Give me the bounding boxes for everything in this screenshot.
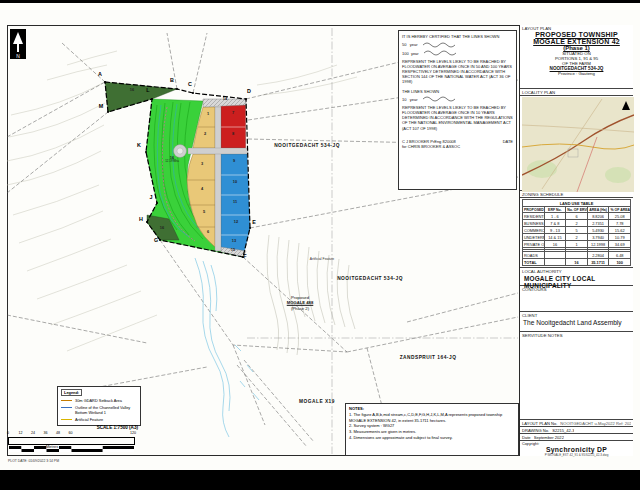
land-use-cell: 25.08: [609, 213, 631, 220]
contour-lines-valley: [267, 235, 355, 355]
plot-date: PLOT DATE: 01/09/2022 3:14 PM: [8, 459, 59, 463]
land-use-cell: 10.79: [609, 234, 631, 241]
stream-lines: [195, 258, 259, 437]
notes-list: 1. The figure A,B,b,mid stream,c,C,D,E,F…: [349, 412, 515, 441]
land-use-cell: 7.78: [609, 220, 631, 227]
date-label: Date: [522, 435, 531, 440]
land-use-row: UNDETERMINED14 & 1523.794010.79: [523, 234, 631, 241]
land-use-cell: PRIVATE OPEN SPACE: [523, 241, 545, 248]
svg-text:N: N: [16, 53, 20, 59]
company-name: Synchronicity DP: [522, 446, 631, 453]
scale-tick: 60: [69, 431, 73, 435]
locality-plan-label: LOCALITY PLAN: [522, 90, 631, 95]
land-use-cell: 8.8206: [587, 213, 609, 220]
floodline-10yr-symbol: [422, 96, 456, 102]
land-use-cell: 14 & 15: [544, 234, 566, 241]
scale-tick: 0: [7, 431, 9, 435]
land-use-cell: UNDETERMINED: [523, 234, 545, 241]
layout-plan-no-value: NOOITGEDACHT u-May2022 Ref: 2020003: [560, 421, 631, 426]
flood-lines-shown: THE LINES SHOWN: [402, 89, 513, 94]
scale-tick: 36: [44, 431, 48, 435]
land-use-cell: 34.69: [609, 241, 631, 248]
land-use-row: ROADS2.28046.48: [523, 252, 631, 259]
land-use-table-wrap: LAND USE TABLE PROPOSED ZONINGERF No.No.…: [520, 198, 633, 268]
floodline-100yr-symbol: [423, 50, 457, 56]
drawing-no-row: DRAWING No. S2215_42-3: [520, 427, 633, 434]
scale-tick: 120: [130, 431, 136, 435]
zoning-schedule-label: ZONING SCHEDULE: [522, 192, 631, 197]
plan-sheet-page: NOOITGEDACHT 534-JQ NOOITGEDACHT 534-JQ …: [0, 0, 640, 490]
land-use-cell: 2: [566, 220, 588, 227]
province: Province : Gauteng: [522, 71, 631, 76]
note-item: 4. Dimensions are approximate and subjec…: [349, 435, 515, 441]
township-parcels: [104, 81, 251, 258]
legend-line-swatch: [61, 419, 72, 421]
layout-plan-no-row: LAYOUT PLAN No. NOOITGEDACHT u-May2022 R…: [520, 420, 633, 427]
land-use-cell: COMMERCIAL: [523, 227, 545, 234]
scale-bar: [8, 437, 135, 445]
road-vertical: [215, 107, 221, 251]
legend-items: 30m GDARD Setback AreaOutline of the Cha…: [61, 398, 137, 422]
flood-paragraph-1: REPRESENT THE LEVELS LIKELY TO BE REACHE…: [402, 59, 513, 85]
land-use-row: TOTAL1635.1711100: [523, 259, 631, 266]
land-use-cell: 2.2804: [587, 252, 609, 259]
copyright-row: Copyright: Synchronicity DP P:\MOGALE_EX…: [520, 441, 633, 456]
layout-plan-no-label: LAYOUT PLAN No.: [522, 421, 557, 426]
client-name: The Nooitgedacht Land Assembly: [522, 318, 631, 326]
date-row: Date September 2022: [520, 434, 633, 441]
general-notes: NOTES: 1. The figure A,B,b,mid stream,c,…: [345, 403, 519, 456]
road-horizontal: [188, 148, 248, 154]
land-use-cell: 9 - 13: [544, 227, 566, 234]
erven-7-8-business: [221, 105, 246, 148]
land-use-cell: 35.1711: [587, 259, 609, 266]
land-use-cell: [544, 252, 566, 259]
land-use-table: LAND USE TABLE PROPOSED ZONINGERF No.No.…: [522, 199, 631, 266]
drawing-no-label: DRAWING No.: [522, 428, 549, 433]
date-value: September 2022: [534, 435, 564, 440]
land-use-cell: 2.7351: [587, 220, 609, 227]
land-use-cell: [544, 259, 566, 266]
drawing-no-value: S2215_42-3: [552, 428, 574, 433]
scale-tick: 48: [56, 431, 60, 435]
land-use-cell: 16: [566, 259, 588, 266]
local-authority-section: LOCAL AUTHORITY MOGALE CITY LOCAL MUNICI…: [520, 268, 633, 286]
note-item: 1. The figure A,B,b,mid stream,c,C,D,E,F…: [349, 412, 515, 424]
zoning-schedule-section: ZONING SCHEDULE: [520, 191, 633, 198]
land-use-cell: ROADS: [523, 252, 545, 259]
land-use-cell: [566, 252, 588, 259]
flood-100yr-label: 100 year: [402, 51, 419, 56]
flood-50yr-label: 50 year: [402, 42, 418, 47]
land-use-body: RESIDENTIAL 21 - 668.820625.08BUSINESS 2…: [523, 213, 631, 266]
servitude-notes-section: SERVITUDE NOTES: [520, 332, 633, 420]
land-use-cell: 16: [544, 241, 566, 248]
scale-text: SCALE 1:7500 (A3): [97, 425, 138, 430]
copyright-label: Copyright:: [522, 442, 539, 446]
flood-date-label: DATE: [503, 139, 513, 144]
land-use-row: BUSINESS 27 & 822.73517.78: [523, 220, 631, 227]
legend-item: Artificial Feature: [61, 417, 137, 422]
land-use-cell: 6: [566, 213, 588, 220]
land-use-cell: RESIDENTIAL 2: [523, 213, 545, 220]
legend-label: 30m GDARD Setback Area: [75, 398, 122, 403]
legend-item: Outline of the Channelled Valley Bottom …: [61, 405, 137, 415]
land-use-cell: 15.62: [609, 227, 631, 234]
flood-certified-line: IT IS HEREBY CERTIFIED THAT THE LINES SH…: [402, 34, 513, 39]
servitude-notes-label: SERVITUDE NOTES: [522, 333, 631, 338]
legend-line-swatch: [61, 400, 72, 402]
title-block-column: LAYOUT PLAN PROPOSED TOWNSHIP MOGALE EXT…: [519, 25, 633, 456]
title-proposed-township: PROPOSED TOWNSHIP: [522, 31, 631, 38]
locality-plan-section: LOCALITY PLAN: [520, 89, 633, 96]
contours-section: CONTOURS: [520, 286, 633, 312]
land-use-cell: 1: [566, 241, 588, 248]
legend-label: Outline of the Channelled Valley Bottom …: [75, 405, 137, 415]
flood-certification-note: IT IS HEREBY CERTIFIED THAT THE LINES SH…: [398, 30, 517, 190]
north-arrow-icon: N: [10, 29, 26, 63]
scale-tick: 24: [31, 431, 35, 435]
land-use-row: COMMERCIAL9 - 1355.493015.62: [523, 227, 631, 234]
land-use-cell: 6.48: [609, 252, 631, 259]
land-use-cell: TOTAL: [523, 259, 545, 266]
file-path: P:\MOGALE_EXT 42_91 & 95\S2215_42-3.dwg: [522, 453, 631, 457]
land-use-row: RESIDENTIAL 21 - 668.820625.08: [523, 213, 631, 220]
flood-for-line: for CHRIS BROOKER & ASSOC: [402, 144, 513, 149]
flood-paragraph-2: REPRESENT THE LEVELS LIKELY TO BE REACHE…: [402, 105, 513, 131]
